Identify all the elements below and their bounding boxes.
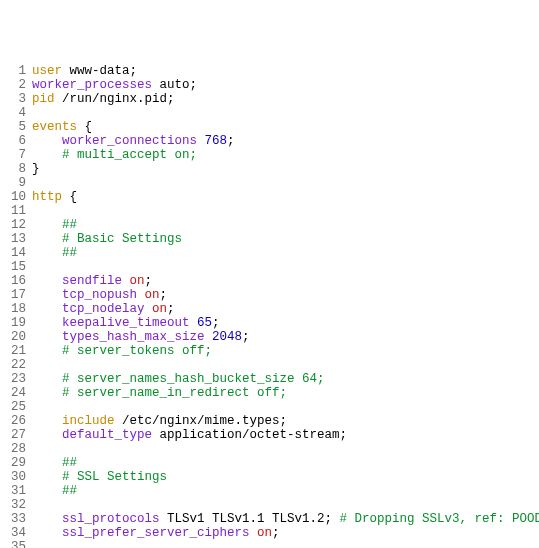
code-line: 22 [4,358,535,372]
code-line: 8} [4,162,535,176]
code-token: ## [62,246,77,260]
code-token [32,512,62,526]
code-block: 1user www-data;2worker_processes auto;3p… [4,64,535,548]
code-token: auto; [152,78,197,92]
code-token: http [32,190,62,204]
code-token: ; [212,316,220,330]
code-token: /run/nginx.pid; [55,92,175,106]
code-line: 1user www-data; [4,64,535,78]
line-number: 26 [4,414,26,428]
code-line: 12 ## [4,218,535,232]
code-line: 24 # server_name_in_redirect off; [4,386,535,400]
code-line: 20 types_hash_max_size 2048; [4,330,535,344]
code-token: user [32,64,62,78]
line-number: 8 [4,162,26,176]
code-token: include [62,414,115,428]
code-token: keepalive_timeout [62,316,190,330]
code-line: 15 [4,260,535,274]
line-number: 15 [4,260,26,274]
line-number: 16 [4,274,26,288]
line-number: 13 [4,232,26,246]
code-line: 13 # Basic Settings [4,232,535,246]
line-number: 10 [4,190,26,204]
code-line: 23 # server_names_hash_bucket_size 64; [4,372,535,386]
code-token [205,330,213,344]
code-token: ssl_protocols [62,512,160,526]
line-number: 24 [4,386,26,400]
code-token: ## [62,218,77,232]
code-token [197,134,205,148]
code-line: 35 [4,540,535,548]
code-line: 10http { [4,190,535,204]
code-line: 7 # multi_accept on; [4,148,535,162]
code-token [32,148,62,162]
code-token [137,288,145,302]
code-token [32,414,62,428]
code-token: TLSv1 TLSv1.1 TLSv1.2; [160,512,340,526]
code-line: 18 tcp_nodelay on; [4,302,535,316]
line-number: 25 [4,400,26,414]
code-line: 32 [4,498,535,512]
code-token: /etc/nginx/mime.types; [115,414,288,428]
code-token: { [62,190,77,204]
code-line: 33 ssl_protocols TLSv1 TLSv1.1 TLSv1.2; … [4,512,535,526]
code-token: ; [167,302,175,316]
line-number: 27 [4,428,26,442]
line-number: 17 [4,288,26,302]
code-token: worker_connections [62,134,197,148]
line-number: 31 [4,484,26,498]
line-number: 4 [4,106,26,120]
line-number: 2 [4,78,26,92]
code-token: tcp_nopush [62,288,137,302]
line-number: 18 [4,302,26,316]
code-token: default_type [62,428,152,442]
code-token: ## [62,484,77,498]
code-token: ; [272,526,280,540]
code-token [32,456,62,470]
code-token: on [130,274,145,288]
code-token: on [257,526,272,540]
code-token: tcp_nodelay [62,302,145,316]
code-token: ## [62,456,77,470]
code-line: 31 ## [4,484,535,498]
code-line: 16 sendfile on; [4,274,535,288]
line-number: 30 [4,470,26,484]
line-number: 28 [4,442,26,456]
code-token: # Dropping SSLv3, ref: POODLE [340,512,539,526]
code-token: ; [145,274,153,288]
line-number: 21 [4,344,26,358]
line-number: 9 [4,176,26,190]
code-token [32,218,62,232]
code-line: 28 [4,442,535,456]
line-number: 1 [4,64,26,78]
code-token [32,316,62,330]
code-token: ; [227,134,235,148]
code-line: 6 worker_connections 768; [4,134,535,148]
code-token: application/octet-stream; [152,428,347,442]
code-token [32,470,62,484]
code-token: on [145,288,160,302]
code-token: sendfile [62,274,122,288]
code-line: 11 [4,204,535,218]
code-line: 4 [4,106,535,120]
code-token [32,288,62,302]
code-token [32,484,62,498]
code-token: 768 [205,134,228,148]
code-token [250,526,258,540]
code-token: # server_name_in_redirect off; [62,386,287,400]
code-token: 2048 [212,330,242,344]
line-number: 11 [4,204,26,218]
code-line: 2worker_processes auto; [4,78,535,92]
code-token [32,246,62,260]
code-line: 9 [4,176,535,190]
line-number: 20 [4,330,26,344]
code-line: 25 [4,400,535,414]
line-number: 22 [4,358,26,372]
code-line: 5events { [4,120,535,134]
code-line: 21 # server_tokens off; [4,344,535,358]
code-token: # server_names_hash_bucket_size 64; [62,372,325,386]
code-token [32,134,62,148]
code-token: # multi_accept on; [62,148,197,162]
line-number: 35 [4,540,26,548]
line-number: 23 [4,372,26,386]
